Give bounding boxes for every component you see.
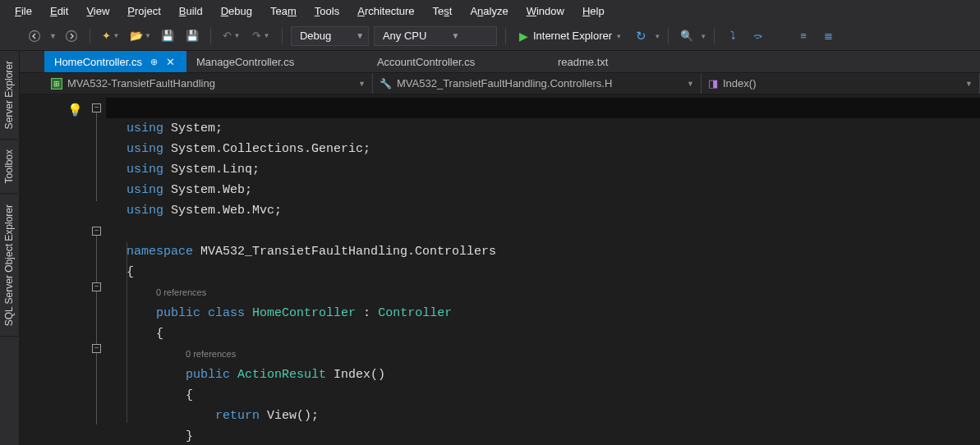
- comment-button[interactable]: ≡: [794, 26, 813, 46]
- document-tabs: HomeController.cs ⊕ ✕ ManageController.c…: [20, 51, 980, 72]
- chevron-down-icon: ▼: [356, 31, 364, 40]
- menu-analyze[interactable]: Analyze: [462, 2, 516, 20]
- menu-bar: File Edit View Project Build Debug Team …: [0, 0, 980, 21]
- tab-label: HomeController.cs: [54, 56, 142, 68]
- open-button[interactable]: 📂▼: [128, 26, 153, 46]
- separator: [505, 28, 506, 44]
- arrow-left-icon: [28, 30, 41, 43]
- nav-forward-button[interactable]: [62, 26, 81, 46]
- document-tab-readme[interactable]: readme.txt: [548, 51, 619, 72]
- nav-member-combo[interactable]: ◨ Index() ▼: [702, 73, 980, 94]
- browser-refresh-button[interactable]: ↻: [631, 26, 651, 46]
- start-debugging-button[interactable]: ▶ Internet Explorer ▾: [514, 30, 626, 43]
- uncomment-icon: ≣: [824, 30, 833, 42]
- outline-line: [96, 236, 97, 424]
- chevron-down-icon: ▼: [451, 31, 459, 40]
- undo-icon: ↶: [223, 30, 232, 42]
- menu-test[interactable]: Test: [425, 2, 461, 20]
- undo-button[interactable]: ↶▼: [219, 26, 244, 46]
- codelens-references[interactable]: 0 references: [186, 349, 236, 359]
- chevron-down-icon: ▼: [687, 80, 694, 88]
- separator: [282, 28, 283, 44]
- step-over-icon: ⤼: [753, 30, 762, 42]
- chevron-down-icon: ▼: [263, 32, 269, 39]
- redo-icon: ↷: [252, 30, 261, 42]
- document-tab-manage-controller[interactable]: ManageController.cs: [186, 51, 367, 72]
- arrow-right-icon: [65, 30, 78, 43]
- step-into-icon: ⤵: [730, 30, 736, 42]
- csharp-project-icon: ⊞: [51, 78, 62, 89]
- menu-view[interactable]: View: [78, 2, 117, 20]
- run-target-label: Internet Explorer: [533, 30, 612, 42]
- nav-project-combo[interactable]: ⊞ MVA532-TransietFaultHandling ▼: [44, 73, 373, 94]
- separator: [90, 28, 90, 44]
- step-over-button[interactable]: ⤼: [748, 26, 767, 46]
- sidebar-tab-server-explorer[interactable]: Server Explorer: [0, 51, 18, 140]
- outline-collapse-icon[interactable]: −: [92, 282, 101, 291]
- navigation-bar: ⊞ MVA532-TransietFaultHandling ▼ 🔧 MVA53…: [20, 72, 980, 94]
- menu-window[interactable]: Window: [518, 2, 573, 20]
- nav-project-label: MVA532-TransietFaultHandling: [67, 77, 215, 89]
- close-icon[interactable]: ✕: [166, 56, 175, 68]
- combo-value: Any CPU: [383, 30, 426, 42]
- menu-team[interactable]: Team: [262, 2, 305, 20]
- chevron-down-icon[interactable]: ▾: [656, 32, 660, 40]
- document-tab-home-controller[interactable]: HomeController.cs ⊕ ✕: [44, 51, 186, 72]
- menu-architecture[interactable]: Architecture: [349, 2, 422, 20]
- comment-icon: ≡: [800, 30, 807, 42]
- separator: [668, 28, 669, 44]
- code-editor[interactable]: 💡 − − − − using System; using System.Col…: [20, 94, 980, 445]
- menu-project[interactable]: Project: [119, 2, 168, 20]
- chevron-down-icon: ▼: [965, 80, 973, 88]
- menu-tools[interactable]: Tools: [306, 2, 347, 20]
- menu-help[interactable]: Help: [574, 2, 613, 20]
- codelens-references[interactable]: 0 references: [156, 287, 206, 297]
- menu-debug[interactable]: Debug: [213, 2, 260, 20]
- menu-build[interactable]: Build: [171, 2, 211, 20]
- step-into-button[interactable]: ⤵: [723, 26, 743, 46]
- lightbulb-icon[interactable]: 💡: [67, 101, 83, 122]
- solution-platform-combo[interactable]: Any CPU ▼: [374, 26, 497, 46]
- find-in-files-button[interactable]: 🔍: [677, 26, 697, 46]
- editor-area: HomeController.cs ⊕ ✕ ManageController.c…: [20, 51, 980, 445]
- save-icon: 💾: [161, 30, 174, 42]
- folder-search-icon: 🔍: [680, 30, 693, 42]
- svg-point-0: [30, 30, 40, 41]
- sidebar-tab-toolbox[interactable]: Toolbox: [0, 140, 18, 194]
- menu-edit[interactable]: Edit: [42, 2, 76, 20]
- chevron-down-icon[interactable]: ▼: [49, 32, 57, 40]
- chevron-down-icon: ▾: [617, 32, 621, 40]
- nav-back-button[interactable]: [25, 26, 44, 46]
- save-button[interactable]: 💾: [158, 26, 177, 46]
- pin-icon[interactable]: ⊕: [150, 57, 158, 67]
- refresh-icon: ↻: [636, 29, 646, 44]
- toolbar: ▼ ✦▼ 📂▼ 💾 💾 ↶▼ ↷▼ Debug ▼ Any CPU ▼ ▶ In…: [0, 21, 980, 51]
- outline-collapse-icon[interactable]: −: [92, 103, 101, 112]
- save-all-icon: 💾: [186, 30, 199, 42]
- tab-label: readme.txt: [558, 56, 608, 68]
- svg-point-1: [66, 30, 76, 41]
- chevron-down-icon: ▼: [358, 80, 366, 88]
- save-all-button[interactable]: 💾: [182, 26, 202, 46]
- outline-collapse-icon[interactable]: −: [92, 344, 101, 353]
- sidebar-tab-sql-server-object-explorer[interactable]: SQL Server Object Explorer: [0, 195, 18, 337]
- sidebar-left: Server Explorer Toolbox SQL Server Objec…: [0, 51, 20, 445]
- chevron-down-icon[interactable]: ▾: [702, 32, 706, 40]
- editor-gutter: [20, 94, 106, 445]
- solution-config-combo[interactable]: Debug ▼: [291, 26, 369, 46]
- chevron-down-icon: ▼: [233, 32, 240, 39]
- separator: [210, 28, 211, 44]
- nav-class-combo[interactable]: 🔧 MVA532_TransietFaultHandling.Controlle…: [373, 73, 702, 94]
- nav-class-label: MVA532_TransietFaultHandling.Controllers…: [397, 77, 612, 89]
- redo-button[interactable]: ↷▼: [249, 26, 274, 46]
- new-item-button[interactable]: ✦▼: [99, 26, 123, 46]
- uncomment-button[interactable]: ≣: [818, 26, 838, 46]
- class-icon: 🔧: [380, 78, 392, 89]
- outline-line: [96, 112, 97, 201]
- play-icon: ▶: [519, 30, 528, 43]
- outline-collapse-icon[interactable]: −: [92, 227, 101, 236]
- combo-value: Debug: [300, 30, 331, 42]
- tab-label: ManageController.cs: [196, 56, 294, 68]
- menu-file[interactable]: File: [7, 2, 40, 20]
- document-tab-account-controller[interactable]: AccountController.cs: [367, 51, 548, 72]
